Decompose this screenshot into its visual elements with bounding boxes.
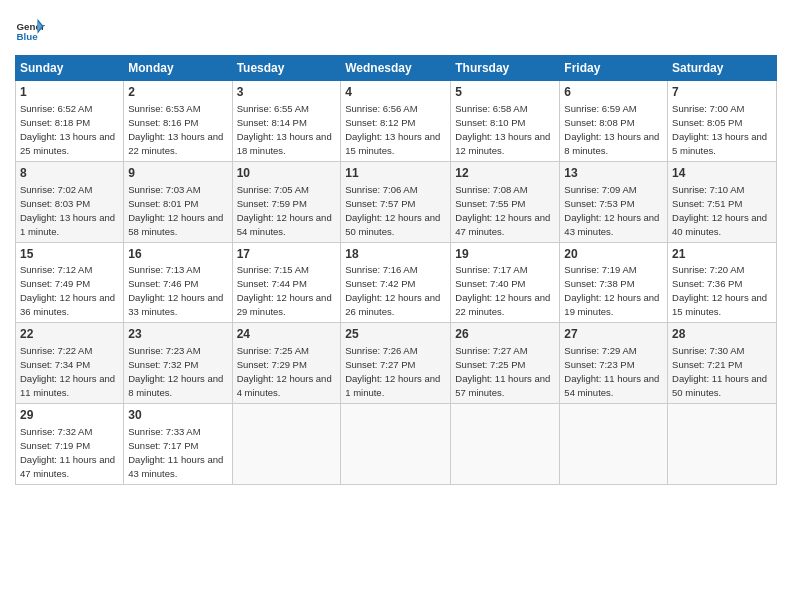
day-daylight: Daylight: 12 hours and 40 minutes.	[672, 212, 767, 237]
day-sunrise: Sunrise: 7:19 AM	[564, 264, 636, 275]
page-header: General Blue	[15, 15, 777, 45]
calendar-day-26: 26Sunrise: 7:27 AMSunset: 7:25 PMDayligh…	[451, 323, 560, 404]
day-sunrise: Sunrise: 7:13 AM	[128, 264, 200, 275]
day-sunrise: Sunrise: 7:09 AM	[564, 184, 636, 195]
day-number: 6	[564, 84, 663, 101]
day-sunset: Sunset: 7:32 PM	[128, 359, 198, 370]
day-sunrise: Sunrise: 7:30 AM	[672, 345, 744, 356]
day-number: 29	[20, 407, 119, 424]
day-sunrise: Sunrise: 7:02 AM	[20, 184, 92, 195]
day-daylight: Daylight: 11 hours and 47 minutes.	[20, 454, 115, 479]
day-daylight: Daylight: 12 hours and 29 minutes.	[237, 292, 332, 317]
day-sunset: Sunset: 8:14 PM	[237, 117, 307, 128]
day-number: 16	[128, 246, 227, 263]
calendar-day-6: 6Sunrise: 6:59 AMSunset: 8:08 PMDaylight…	[560, 81, 668, 162]
day-daylight: Daylight: 13 hours and 8 minutes.	[564, 131, 659, 156]
calendar-day-1: 1Sunrise: 6:52 AMSunset: 8:18 PMDaylight…	[16, 81, 124, 162]
day-sunrise: Sunrise: 7:12 AM	[20, 264, 92, 275]
day-number: 2	[128, 84, 227, 101]
calendar-day-9: 9Sunrise: 7:03 AMSunset: 8:01 PMDaylight…	[124, 161, 232, 242]
day-daylight: Daylight: 13 hours and 5 minutes.	[672, 131, 767, 156]
calendar-table: SundayMondayTuesdayWednesdayThursdayFrid…	[15, 55, 777, 485]
day-number: 13	[564, 165, 663, 182]
calendar-day-25: 25Sunrise: 7:26 AMSunset: 7:27 PMDayligh…	[341, 323, 451, 404]
page-container: General Blue SundayMondayTuesdayWednesda…	[0, 0, 792, 495]
day-number: 14	[672, 165, 772, 182]
day-sunset: Sunset: 7:25 PM	[455, 359, 525, 370]
day-header-monday: Monday	[124, 56, 232, 81]
calendar-header-row: SundayMondayTuesdayWednesdayThursdayFrid…	[16, 56, 777, 81]
logo-icon: General Blue	[15, 15, 45, 45]
day-daylight: Daylight: 12 hours and 33 minutes.	[128, 292, 223, 317]
day-daylight: Daylight: 12 hours and 8 minutes.	[128, 373, 223, 398]
day-number: 22	[20, 326, 119, 343]
calendar-day-21: 21Sunrise: 7:20 AMSunset: 7:36 PMDayligh…	[668, 242, 777, 323]
day-number: 20	[564, 246, 663, 263]
calendar-day-23: 23Sunrise: 7:23 AMSunset: 7:32 PMDayligh…	[124, 323, 232, 404]
day-number: 12	[455, 165, 555, 182]
day-number: 9	[128, 165, 227, 182]
day-number: 7	[672, 84, 772, 101]
day-sunrise: Sunrise: 7:17 AM	[455, 264, 527, 275]
calendar-day-20: 20Sunrise: 7:19 AMSunset: 7:38 PMDayligh…	[560, 242, 668, 323]
day-daylight: Daylight: 11 hours and 57 minutes.	[455, 373, 550, 398]
day-header-tuesday: Tuesday	[232, 56, 341, 81]
day-number: 25	[345, 326, 446, 343]
day-daylight: Daylight: 13 hours and 1 minute.	[20, 212, 115, 237]
calendar-day-empty	[451, 404, 560, 485]
day-sunset: Sunset: 8:05 PM	[672, 117, 742, 128]
day-daylight: Daylight: 13 hours and 18 minutes.	[237, 131, 332, 156]
calendar-day-4: 4Sunrise: 6:56 AMSunset: 8:12 PMDaylight…	[341, 81, 451, 162]
day-header-saturday: Saturday	[668, 56, 777, 81]
calendar-day-18: 18Sunrise: 7:16 AMSunset: 7:42 PMDayligh…	[341, 242, 451, 323]
day-sunrise: Sunrise: 7:20 AM	[672, 264, 744, 275]
day-sunset: Sunset: 7:40 PM	[455, 278, 525, 289]
day-daylight: Daylight: 13 hours and 15 minutes.	[345, 131, 440, 156]
day-header-thursday: Thursday	[451, 56, 560, 81]
day-number: 5	[455, 84, 555, 101]
day-sunset: Sunset: 7:27 PM	[345, 359, 415, 370]
day-sunrise: Sunrise: 6:56 AM	[345, 103, 417, 114]
day-number: 10	[237, 165, 337, 182]
day-sunrise: Sunrise: 7:08 AM	[455, 184, 527, 195]
day-sunset: Sunset: 7:23 PM	[564, 359, 634, 370]
day-sunrise: Sunrise: 6:58 AM	[455, 103, 527, 114]
day-sunset: Sunset: 7:34 PM	[20, 359, 90, 370]
day-sunset: Sunset: 7:44 PM	[237, 278, 307, 289]
calendar-day-13: 13Sunrise: 7:09 AMSunset: 7:53 PMDayligh…	[560, 161, 668, 242]
day-daylight: Daylight: 11 hours and 43 minutes.	[128, 454, 223, 479]
day-daylight: Daylight: 13 hours and 12 minutes.	[455, 131, 550, 156]
day-sunset: Sunset: 7:57 PM	[345, 198, 415, 209]
day-sunset: Sunset: 8:01 PM	[128, 198, 198, 209]
day-daylight: Daylight: 12 hours and 43 minutes.	[564, 212, 659, 237]
day-sunset: Sunset: 8:08 PM	[564, 117, 634, 128]
calendar-day-empty	[232, 404, 341, 485]
calendar-day-empty	[668, 404, 777, 485]
day-number: 18	[345, 246, 446, 263]
day-sunset: Sunset: 7:59 PM	[237, 198, 307, 209]
day-sunset: Sunset: 8:10 PM	[455, 117, 525, 128]
day-number: 17	[237, 246, 337, 263]
day-sunrise: Sunrise: 7:06 AM	[345, 184, 417, 195]
day-daylight: Daylight: 12 hours and 15 minutes.	[672, 292, 767, 317]
day-sunrise: Sunrise: 7:00 AM	[672, 103, 744, 114]
day-daylight: Daylight: 11 hours and 54 minutes.	[564, 373, 659, 398]
day-sunrise: Sunrise: 6:53 AM	[128, 103, 200, 114]
day-sunrise: Sunrise: 7:27 AM	[455, 345, 527, 356]
day-sunset: Sunset: 7:38 PM	[564, 278, 634, 289]
calendar-day-28: 28Sunrise: 7:30 AMSunset: 7:21 PMDayligh…	[668, 323, 777, 404]
day-sunset: Sunset: 7:49 PM	[20, 278, 90, 289]
day-number: 24	[237, 326, 337, 343]
calendar-day-5: 5Sunrise: 6:58 AMSunset: 8:10 PMDaylight…	[451, 81, 560, 162]
calendar-week-2: 15Sunrise: 7:12 AMSunset: 7:49 PMDayligh…	[16, 242, 777, 323]
calendar-week-1: 8Sunrise: 7:02 AMSunset: 8:03 PMDaylight…	[16, 161, 777, 242]
calendar-day-22: 22Sunrise: 7:22 AMSunset: 7:34 PMDayligh…	[16, 323, 124, 404]
day-daylight: Daylight: 12 hours and 11 minutes.	[20, 373, 115, 398]
day-number: 23	[128, 326, 227, 343]
day-sunset: Sunset: 7:17 PM	[128, 440, 198, 451]
day-sunrise: Sunrise: 7:25 AM	[237, 345, 309, 356]
day-daylight: Daylight: 12 hours and 1 minute.	[345, 373, 440, 398]
day-sunset: Sunset: 7:19 PM	[20, 440, 90, 451]
day-sunset: Sunset: 7:55 PM	[455, 198, 525, 209]
day-sunset: Sunset: 7:51 PM	[672, 198, 742, 209]
